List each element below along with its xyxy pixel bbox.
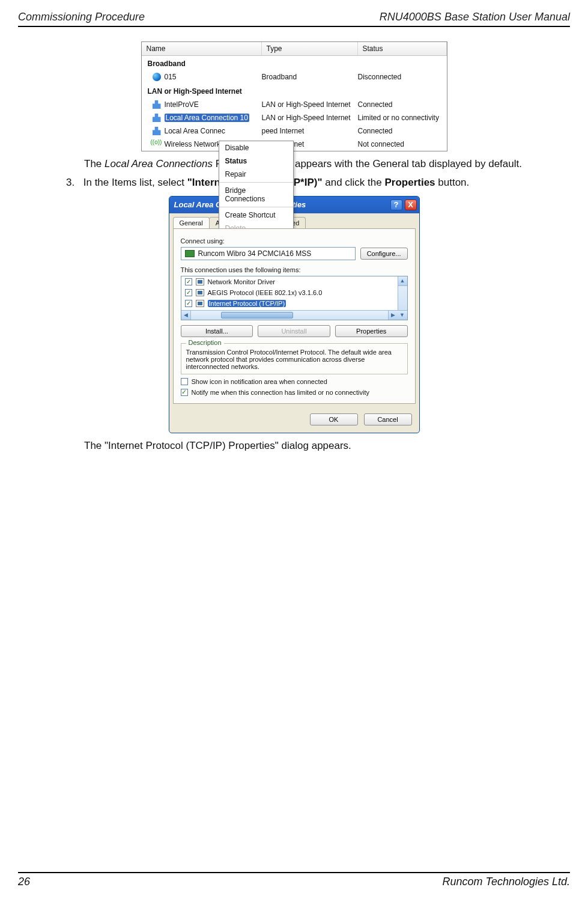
checkbox-checked-icon[interactable] xyxy=(181,389,188,396)
text: The xyxy=(84,158,105,169)
scroll-right-icon[interactable]: ▶ xyxy=(388,311,398,320)
checkbox-icon[interactable]: ✓ xyxy=(185,300,192,307)
checkbox-icon[interactable] xyxy=(181,378,188,385)
list-item-selected[interactable]: ✓Internet Protocol (TCP/IP) xyxy=(181,298,407,309)
adapter-field[interactable]: Runcom Wibro 34 PCMCIA16 MSS xyxy=(181,247,356,260)
row-lac[interactable]: Local Area Connec peed Internet Connecte… xyxy=(142,124,447,138)
row-name: Local Area Connec xyxy=(165,127,225,135)
tab-panel: Connect using: Runcom Wibro 34 PCMCIA16 … xyxy=(173,228,416,404)
show-icon-checkbox[interactable]: Show icon in notification area when conn… xyxy=(181,378,408,385)
row-type: Broadband xyxy=(262,73,358,81)
row-status: Connected xyxy=(358,127,447,135)
install-button[interactable]: Install... xyxy=(181,325,253,337)
tab-general[interactable]: General xyxy=(173,217,210,228)
protocol-icon xyxy=(196,300,204,307)
list-item[interactable]: ✓Network Monitor Driver xyxy=(181,276,407,287)
help-button[interactable]: ? xyxy=(390,200,402,210)
col-type[interactable]: Type xyxy=(262,42,358,55)
menu-bridge[interactable]: Bridge Connections xyxy=(219,184,293,206)
footer-rule xyxy=(18,872,570,873)
row-status: Limited or no connectivity xyxy=(358,114,447,122)
horizontal-scrollbar[interactable]: ◀ ▶ xyxy=(181,310,398,320)
paragraph-1: The Local Area Connections Properties di… xyxy=(84,157,559,171)
checkbox-icon[interactable]: ✓ xyxy=(185,278,192,285)
row-name: Local Area Connection 10 xyxy=(165,114,249,122)
lan-icon xyxy=(153,100,161,109)
row-lac10[interactable]: Local Area Connection 10 LAN or High-Spe… xyxy=(142,111,447,124)
row-wireless[interactable]: Wireless Network ( peed Internet Not con… xyxy=(142,138,447,151)
row-015[interactable]: 015 Broadband Disconnected xyxy=(142,70,447,84)
protocol-icon xyxy=(196,289,204,296)
wifi-icon xyxy=(153,140,161,148)
uninstall-button: Uninstall xyxy=(258,325,330,337)
scroll-up-icon[interactable]: ▲ xyxy=(398,276,407,286)
menu-separator xyxy=(219,207,293,207)
lan-icon xyxy=(153,127,161,135)
col-status[interactable]: Status xyxy=(358,42,447,55)
checkbox-icon[interactable]: ✓ xyxy=(185,289,192,296)
row-name: Wireless Network ( xyxy=(165,140,225,148)
adapter-icon xyxy=(185,250,195,257)
properties-dialog-figure: Local Area Connection 3 Properties ? X G… xyxy=(169,196,420,433)
col-name[interactable]: Name xyxy=(142,42,262,55)
text-italic: Local Area Connections xyxy=(105,158,213,169)
adapter-name: Runcom Wibro 34 PCMCIA16 MSS xyxy=(198,249,312,258)
header-left: Commissioning Procedure xyxy=(18,11,145,23)
checkbox-label: Notify me when this connection has limit… xyxy=(192,389,370,396)
notify-checkbox[interactable]: Notify me when this connection has limit… xyxy=(181,389,408,396)
header-right: RNU4000BS Base Station User Manual xyxy=(380,11,570,23)
menu-repair[interactable]: Repair xyxy=(219,168,293,181)
item-label: Internet Protocol (TCP/IP) xyxy=(208,300,286,307)
menu-shortcut[interactable]: Create Shortcut xyxy=(219,209,293,222)
configure-button[interactable]: Configure... xyxy=(360,248,408,260)
cancel-button[interactable]: Cancel xyxy=(364,413,412,425)
row-type: peed Internet xyxy=(262,127,358,135)
scroll-thumb[interactable] xyxy=(221,312,293,318)
menu-disable[interactable]: Disable xyxy=(219,141,293,154)
scroll-down-icon[interactable]: ▼ xyxy=(398,310,407,320)
checkbox-label: Show icon in notification area when conn… xyxy=(192,378,327,385)
description-title: Description xyxy=(186,339,224,346)
row-type: LAN or High-Speed Internet xyxy=(262,100,358,109)
network-connections-figure: Name Type Status Broadband 015 Broadband… xyxy=(141,41,447,151)
text: In the Items list, select xyxy=(83,177,187,188)
item-label: AEGIS Protocol (IEEE 802.1x) v3.1.6.0 xyxy=(208,289,323,296)
ok-button[interactable]: OK xyxy=(310,413,358,425)
dialog-titlebar[interactable]: Local Area Connection 3 Properties ? X xyxy=(169,197,419,213)
paragraph-2: The "Internet Protocol (TCP/IP) Properti… xyxy=(84,439,559,453)
step-3: 3. In the Items list, select "Internet P… xyxy=(66,176,559,190)
page-number: 26 xyxy=(18,876,30,888)
uses-label: This connection uses the following items… xyxy=(181,266,408,273)
protocol-icon xyxy=(196,278,204,285)
item-label: Network Monitor Driver xyxy=(208,278,275,285)
tab-strip: General Authentication Advanced xyxy=(169,213,419,228)
connect-using-label: Connect using: xyxy=(181,237,408,245)
menu-status[interactable]: Status xyxy=(219,154,293,168)
row-status: Connected xyxy=(358,100,447,109)
row-status: Not connected xyxy=(358,140,447,148)
menu-separator xyxy=(219,182,293,183)
vertical-scrollbar[interactable]: ▲ xyxy=(398,276,407,310)
description-text: Transmission Control Protocol/Internet P… xyxy=(186,349,402,370)
list-item[interactable]: ✓AEGIS Protocol (IEEE 802.1x) v3.1.6.0 xyxy=(181,287,407,298)
group-lan: LAN or High-Speed Internet xyxy=(142,84,447,98)
group-broadband: Broadband xyxy=(142,56,447,70)
row-status: Disconnected xyxy=(358,73,447,81)
row-intelprove[interactable]: IntelProVE LAN or High-Speed Internet Co… xyxy=(142,98,447,111)
step-number: 3. xyxy=(66,176,80,190)
globe-icon xyxy=(153,73,161,81)
row-name: IntelProVE xyxy=(165,100,199,109)
text: button. xyxy=(435,177,470,188)
description-group: Description Transmission Control Protoco… xyxy=(181,343,408,374)
scroll-left-icon[interactable]: ◀ xyxy=(181,311,191,320)
items-listbox[interactable]: ✓Network Monitor Driver ✓AEGIS Protocol … xyxy=(181,276,408,320)
header-rule xyxy=(18,26,570,27)
page-footer: 26 Runcom Technologies Ltd. xyxy=(18,872,570,888)
close-button[interactable]: X xyxy=(405,200,417,210)
properties-button[interactable]: Properties xyxy=(335,325,408,337)
row-name: 015 xyxy=(165,73,177,81)
text-bold: Properties xyxy=(384,177,435,188)
text: and click the xyxy=(323,177,385,188)
footer-company: Runcom Technologies Ltd. xyxy=(443,876,570,888)
row-type: LAN or High-Speed Internet xyxy=(262,114,358,122)
